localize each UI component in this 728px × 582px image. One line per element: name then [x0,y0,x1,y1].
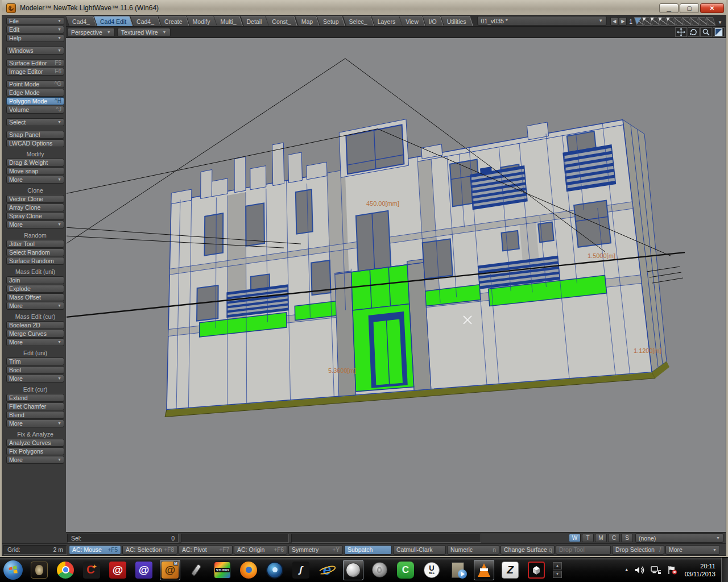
internet-explorer-icon[interactable]: e [317,560,337,580]
join-button[interactable]: Join [6,276,64,284]
silver-orb-icon[interactable] [369,560,390,580]
extend-button[interactable]: Extend [6,394,64,402]
title-bar[interactable]: Modeler™ NewTek LightWave™ 11.6 (Win64) … [2,0,726,15]
mass-edit-uni-more-button[interactable]: More▼ [6,302,64,310]
vmap-color-button[interactable]: C [608,534,620,542]
subpatch-button[interactable]: Subpatch [344,545,392,555]
explode-button[interactable]: Explode [6,285,64,293]
firefox-icon[interactable] [238,560,259,580]
utorrent-green-icon[interactable]: C [395,560,416,580]
catmull-clark-button[interactable]: Catmull-Clark [393,545,446,555]
microphone-icon[interactable] [186,560,206,580]
menu-help[interactable]: Help▼ [6,34,64,42]
fix-polygons-button[interactable]: Fix Polygons [6,447,64,455]
layer-prev-button[interactable]: ◀ [610,17,618,26]
boolean-2d-button[interactable]: Boolean 2D [6,321,64,329]
scroll-up-icon[interactable]: ▲ [553,562,562,569]
trim-button[interactable]: Trim [6,357,64,365]
tab-select[interactable]: Selec_ [344,16,373,26]
move-snap-button[interactable]: Move snap [6,167,64,175]
powerdvd-icon[interactable] [264,560,285,580]
utorrent-white-icon[interactable]: UBLE [421,560,442,580]
tab-layers[interactable]: Layers [373,16,401,26]
vmap-weight-button[interactable]: W [569,534,581,542]
snap-panel-button[interactable]: Snap Panel [6,131,64,139]
vmap-selection-button[interactable]: S [621,534,633,542]
action-center-selection-button[interactable]: AC: Selection+F8 [122,545,177,555]
numeric-button[interactable]: Numericn [447,545,499,555]
tab-create[interactable]: Create [159,16,188,26]
start-button[interactable] [3,560,23,580]
select-random-button[interactable]: Select Random [6,248,64,256]
warcraft-icon[interactable] [29,560,49,580]
menu-file[interactable]: File▼ [6,17,64,25]
polygon-mode-button[interactable]: Polygon Mode^H [6,97,64,105]
jitter-tool-button[interactable]: Jitter Tool [6,240,64,248]
drop-selection-button[interactable]: Drop Selection/ [612,545,664,555]
action-center-flag-icon[interactable] [667,566,677,575]
edge-mode-button[interactable]: Edge Mode [6,89,64,97]
studio-icon[interactable]: STUDIO [212,560,233,580]
point-mode-button[interactable]: Point Mode^G [6,80,64,88]
surface-random-button[interactable]: Surface Random [6,257,64,265]
gecko-icon[interactable]: ʃ [291,560,311,580]
edit-cur-more-button[interactable]: More▼ [6,419,64,427]
array-clone-button[interactable]: Array Clone [6,203,64,211]
tab-detail[interactable]: Detail [242,16,267,26]
spray-clone-button[interactable]: Spray Clone [6,212,64,220]
mass-offset-button[interactable]: Mass Offset [6,293,64,301]
action-center-origin-button[interactable]: AC: Origin+F6 [234,545,287,555]
network-icon[interactable] [651,566,661,575]
layer-next-button[interactable]: ▶ [619,17,627,26]
vmap-texture-button[interactable]: T [582,534,594,542]
view-type-dropdown[interactable]: Perspective▼ [67,28,115,37]
surface-editor-button[interactable]: Surface EditorF5 [6,59,64,67]
tab-modify[interactable]: Modify [188,16,216,26]
analyze-curves-button[interactable]: Analyze Curves [6,439,64,447]
maximize-button[interactable]: ▢ [680,3,699,13]
menu-edit[interactable]: Edit▼ [6,26,64,34]
modify-more-button[interactable]: More▼ [6,176,64,184]
sphere-app-icon[interactable] [343,560,363,580]
taskbar-clock[interactable]: 20:11 03/11/2013 [685,562,715,578]
cube-3d-icon[interactable] [526,560,547,580]
merge-curves-button[interactable]: Merge Curves [6,330,64,338]
drop-tool-button[interactable]: Drop Tool [556,545,611,555]
zbrush-icon[interactable]: Z [500,560,520,580]
pan-icon[interactable] [675,27,687,37]
show-hidden-icons[interactable]: ▲ [624,567,629,572]
lightwave-modeler-icon[interactable]: @M [160,560,180,580]
tab-utilities[interactable]: Utilities [442,16,471,26]
ccleaner-icon[interactable]: C✦ [81,560,102,580]
media-file-icon[interactable] [448,560,468,580]
tab-setup[interactable]: Setup [318,16,344,26]
action-center-mouse-button[interactable]: AC: Mouse+F5 [69,545,121,555]
bool-button[interactable]: Bool [6,366,64,374]
action-center-pivot-button[interactable]: AC: Pivot+F7 [179,545,233,555]
tab-cad4-edit[interactable]: Cad4 Edit [95,16,131,26]
edit-uni-more-button[interactable]: More▼ [6,375,64,383]
tab-construct[interactable]: Const_ [267,16,296,26]
tab-cad4-1[interactable]: Cad4_ [67,16,95,26]
fillet-chamfer-button[interactable]: Fillet Chamfer [6,402,64,410]
fix-analyze-more-button[interactable]: More▼ [6,456,64,464]
rotate-icon[interactable] [688,27,700,37]
vlc-icon[interactable] [474,560,494,580]
drag-weight-button[interactable]: Drag & Weight [6,159,64,167]
blend-button[interactable]: Blend [6,411,64,419]
taskbar-scroll-buttons[interactable]: ▲ ▼ [553,562,562,579]
lightwave-purple-icon[interactable]: @ [134,560,154,580]
minimize-button[interactable]: ▁ [659,3,679,13]
menu-windows[interactable]: Windows▼ [6,47,64,55]
tab-map[interactable]: Map [296,16,318,26]
scroll-down-icon[interactable]: ▼ [553,571,562,578]
tab-io[interactable]: I/O [424,16,442,26]
show-desktop-button[interactable] [721,558,728,582]
minmax-icon[interactable] [713,27,725,37]
lwcad-options-button[interactable]: LWCAD Options [6,139,64,147]
volume-mode-button[interactable]: Volume^J [6,106,64,114]
tab-view[interactable]: View [400,16,424,26]
tab-multi[interactable]: Multi_ [215,16,241,26]
vector-clone-button[interactable]: Vector Clone [6,195,64,203]
object-selector-dropdown[interactable]: 01_v035 * ▼ [477,16,607,26]
